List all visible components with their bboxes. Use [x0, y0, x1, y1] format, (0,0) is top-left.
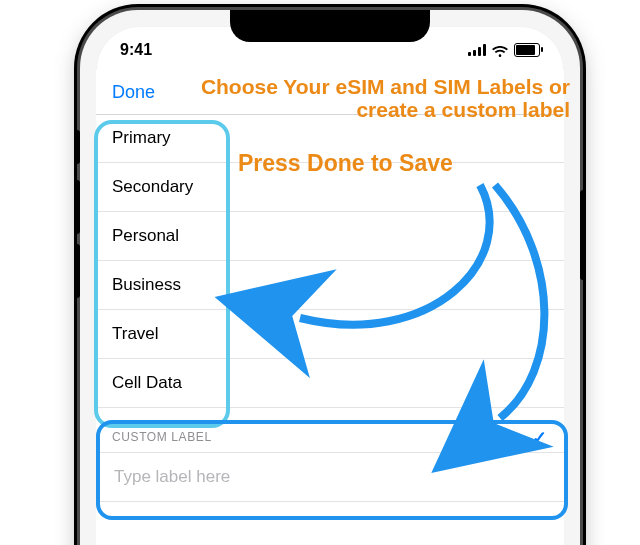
label-option-cell-data[interactable]: Cell Data — [96, 359, 564, 408]
list-item-label: Business — [112, 275, 181, 295]
stage: 9:41 Done — [0, 0, 640, 545]
list-item-label: Primary — [112, 128, 171, 148]
list-item-label: Cell Data — [112, 373, 182, 393]
volume-down-button — [74, 244, 80, 298]
label-option-business[interactable]: Business — [96, 261, 564, 310]
custom-label-input[interactable] — [112, 466, 564, 488]
status-time: 9:41 — [120, 37, 174, 59]
content-area: Primary Secondary Personal Business Trav… — [96, 114, 564, 545]
checkmark-icon: ✓ — [532, 432, 548, 444]
annotation-text-top: Choose Your eSIM and SIM Labels or creat… — [190, 75, 580, 121]
volume-up-button — [74, 180, 80, 234]
phone-notch — [230, 10, 430, 42]
list-item-label: Travel — [112, 324, 159, 344]
custom-label-row[interactable] — [96, 453, 564, 502]
status-icons — [468, 39, 540, 57]
label-option-personal[interactable]: Personal — [96, 212, 564, 261]
done-button[interactable]: Done — [112, 82, 155, 103]
section-header-text: CUSTOM LABEL — [112, 430, 212, 444]
label-option-travel[interactable]: Travel — [96, 310, 564, 359]
list-item-label: Personal — [112, 226, 179, 246]
signal-icon — [468, 44, 486, 56]
wifi-icon — [492, 44, 508, 56]
mute-switch — [74, 130, 80, 164]
power-button — [580, 190, 586, 280]
custom-label-header: CUSTOM LABEL ✓ — [96, 408, 564, 453]
list-item-label: Secondary — [112, 177, 193, 197]
annotation-text-middle: Press Done to Save — [238, 150, 453, 177]
battery-icon — [514, 43, 540, 57]
